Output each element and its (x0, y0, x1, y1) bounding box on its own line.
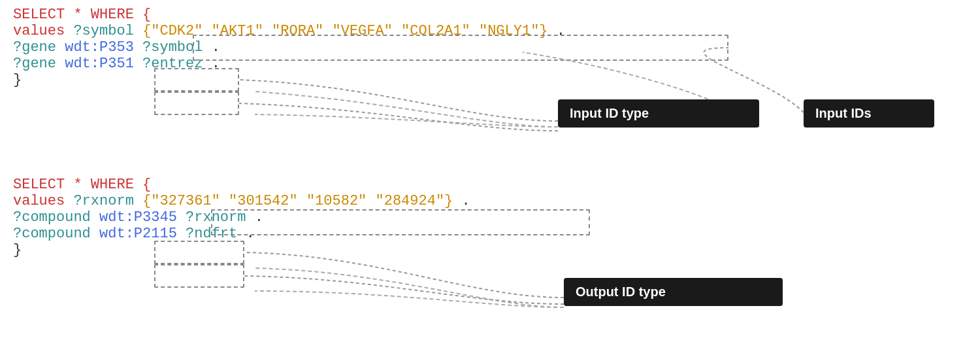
values-list-2: {"327361" "301542" "10582" "284924"} (142, 193, 453, 209)
output-id-type-label: Output ID type (564, 278, 783, 306)
keyword-select: SELECT * WHERE { (13, 7, 151, 23)
dotted-box-values-2 (211, 209, 590, 235)
block2-line2: values ?rxnorm {"327361" "301542" "10582… (13, 193, 470, 209)
keyword-values-2: values (13, 193, 73, 209)
block1-line1: SELECT * WHERE { (13, 7, 565, 23)
block2-line1: SELECT * WHERE { (13, 177, 470, 193)
input-id-type-label: Input ID type (558, 99, 759, 128)
var-gene-1: ?gene (13, 39, 65, 56)
prop-p353: wdt:P353 (65, 39, 134, 56)
keyword-select-2: SELECT * WHERE { (13, 177, 151, 193)
dotted-box-values-1 (193, 35, 728, 61)
var-gene-2: ?gene (13, 56, 65, 72)
var-compound-1: ?compound (13, 209, 99, 226)
var-rxnorm: ?rxnorm (73, 193, 142, 209)
prop-p351: wdt:P351 (65, 56, 134, 72)
prop-p3345: wdt:P3345 (99, 209, 177, 226)
dotted-box-p3345 (154, 241, 244, 264)
dotted-box-p2115 (154, 264, 244, 288)
dotted-box-p353 (154, 68, 239, 92)
prop-p2115: wdt:P2115 (99, 226, 177, 242)
block1-line5: } (13, 72, 565, 88)
dotted-box-p351 (154, 92, 239, 115)
var-symbol: ?symbol (73, 23, 142, 39)
keyword-values: values (13, 23, 73, 39)
var-compound-2: ?compound (13, 226, 99, 242)
input-ids-label: Input IDs (804, 99, 934, 128)
